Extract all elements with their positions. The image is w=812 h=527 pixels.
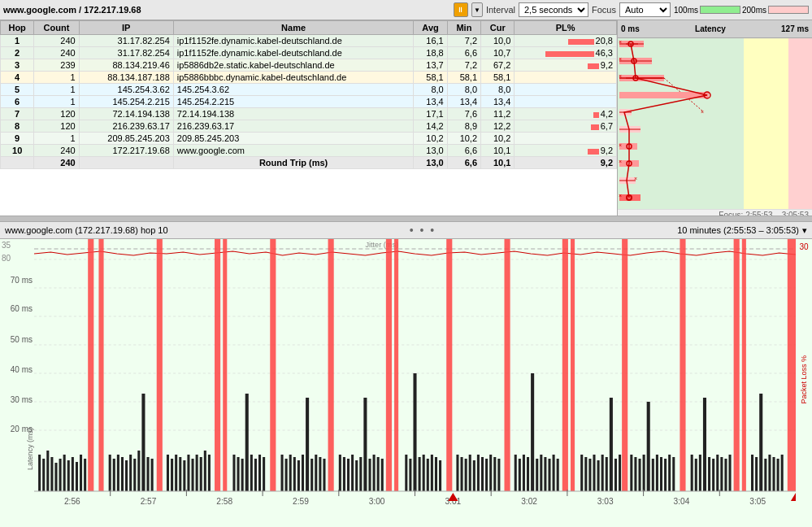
hop-min: 13,4	[447, 96, 480, 108]
svg-rect-85	[137, 451, 140, 491]
svg-text:3:04: 3:04	[674, 497, 690, 506]
scale-bar-100	[700, 6, 740, 14]
svg-rect-182	[691, 455, 693, 491]
footer-pl: 9,2	[515, 157, 617, 169]
svg-rect-81	[121, 457, 124, 491]
table-row[interactable]: 2 240 31.17.82.254 ip1f1152fe.dynamic.ka…	[1, 47, 617, 59]
svg-rect-112	[297, 460, 300, 491]
svg-rect-189	[720, 457, 723, 491]
svg-rect-91	[175, 455, 177, 491]
interval-dropdown-arrow[interactable]: ▼	[471, 2, 483, 17]
hop-ip: 88.134.187.188	[79, 72, 173, 84]
svg-rect-72	[63, 455, 66, 491]
table-row[interactable]: 10 240 172.217.19.68 www.google.com 13,0…	[1, 145, 617, 157]
pause-button[interactable]: ⏸	[454, 2, 468, 17]
table-row[interactable]: 6 1 145.254.2.215 145.254.2.215 13,4 13,…	[1, 96, 617, 108]
svg-rect-193	[755, 457, 758, 491]
svg-rect-125	[363, 398, 367, 491]
svg-rect-70	[54, 463, 57, 491]
svg-rect-168	[610, 398, 613, 491]
hop-number: 5	[1, 84, 34, 96]
chart-title: www.google.com (172.217.19.68) hop 10	[5, 225, 168, 235]
svg-rect-92	[179, 457, 181, 491]
svg-rect-194	[759, 394, 762, 491]
table-row[interactable]: 4 1 88.134.187.188 ip5886bbbc.dynamic.ka…	[1, 72, 617, 84]
svg-rect-183	[695, 459, 697, 491]
hop-pl	[515, 133, 617, 145]
latency-svg: × × × ×	[618, 38, 812, 209]
svg-rect-121	[347, 459, 350, 491]
hop6-bar	[619, 126, 640, 133]
svg-rect-156	[540, 455, 542, 491]
focus-range: Focus: 2:55:53 – 3:05:53	[719, 211, 809, 216]
svg-rect-146	[485, 459, 488, 491]
hop-cur: 8,0	[481, 84, 515, 96]
table-row[interactable]: 8 120 216.239.63.17 216.239.63.17 14,2 8…	[1, 120, 617, 133]
svg-rect-64	[742, 239, 746, 491]
col-min: Min	[447, 21, 480, 35]
svg-text:3:03: 3:03	[597, 497, 614, 506]
interval-select[interactable]: 2,5 seconds 1 second 5 seconds	[519, 2, 588, 17]
svg-rect-131	[409, 459, 411, 491]
svg-rect-192	[751, 455, 753, 491]
svg-rect-147	[489, 455, 492, 491]
svg-rect-83	[129, 455, 132, 491]
hop-avg: 13,0	[414, 145, 447, 157]
y-50ms: 50 ms	[11, 335, 33, 344]
footer-row: 240 Round Trip (ms) 13,0 6,6 10,1 9,2	[1, 157, 617, 169]
svg-rect-138	[439, 460, 441, 491]
svg-rect-88	[151, 459, 154, 491]
svg-rect-89	[167, 455, 169, 491]
svg-rect-144	[477, 455, 480, 491]
table-row[interactable]: 3 239 88.134.219.46 ip5886db2e.static.ka…	[1, 59, 617, 72]
hop-count: 239	[34, 59, 79, 72]
latency-panel: 0 ms Latency 127 ms ×	[617, 20, 812, 216]
chart-collapse-icon[interactable]: ▾	[802, 225, 807, 236]
svg-text:×: ×	[619, 39, 622, 45]
svg-rect-96	[196, 455, 198, 491]
hop-cur: 10,2	[481, 133, 515, 145]
hop-number: 3	[1, 59, 34, 72]
svg-text:2:56: 2:56	[64, 497, 80, 506]
svg-rect-69	[50, 457, 53, 491]
svg-rect-97	[200, 457, 202, 491]
col-count: Count	[34, 21, 79, 35]
hop-name: ip1f1152fe.dynamic.kabel-deutschland.de	[173, 47, 414, 59]
svg-rect-78	[109, 455, 111, 491]
footer-min: 6,6	[447, 157, 480, 169]
table-row[interactable]: 7 120 72.14.194.138 72.14.194.138 17,1 7…	[1, 108, 617, 120]
latency-graph: × × × ×	[618, 38, 812, 209]
top-bar: www.google.com / 172.217.19.68 ⏸ ▼ Inter…	[0, 0, 812, 20]
svg-rect-126	[368, 459, 371, 491]
separator	[0, 216, 812, 222]
svg-rect-93	[183, 460, 185, 491]
svg-rect-102	[241, 459, 244, 491]
hop-pl: 4,2	[515, 108, 617, 120]
svg-rect-115	[310, 459, 313, 491]
svg-rect-100	[232, 455, 235, 491]
svg-rect-178	[660, 457, 662, 491]
table-row[interactable]: 5 1 145.254.3.62 145.254.3.62 8,0 8,0 8,…	[1, 84, 617, 96]
hop-name: ip5886db2e.static.kabel-deutschland.de	[173, 59, 414, 72]
hop-pl: 20,8	[515, 35, 617, 47]
svg-rect-174	[643, 455, 645, 491]
svg-rect-99	[208, 455, 211, 491]
chart-dots: • • •	[410, 224, 436, 237]
table-row[interactable]: 1 240 31.17.82.254 ip1f1152fe.dynamic.ka…	[1, 35, 617, 47]
hop-min: 6,6	[447, 145, 480, 157]
main-table-area: Hop Count IP Name Avg Min Cur PL% 1 240 …	[0, 20, 812, 216]
focus-select[interactable]: Auto Manual	[619, 2, 671, 17]
svg-rect-149	[497, 459, 500, 491]
table-row[interactable]: 9 1 209.85.245.203 209.85.245.203 10,2 1…	[1, 133, 617, 145]
svg-rect-110	[289, 455, 292, 491]
svg-rect-155	[536, 459, 538, 491]
svg-rect-119	[339, 455, 341, 491]
svg-rect-54	[328, 239, 334, 491]
svg-rect-127	[373, 455, 376, 491]
svg-text:2:58: 2:58	[216, 497, 232, 506]
url-display: www.google.com / 172.217.19.68	[3, 5, 141, 15]
svg-rect-136	[431, 455, 433, 491]
hop-avg: 16,1	[414, 35, 447, 47]
y-right-label: Packet Loss %	[800, 355, 808, 404]
hop-min: 58,1	[447, 72, 480, 84]
